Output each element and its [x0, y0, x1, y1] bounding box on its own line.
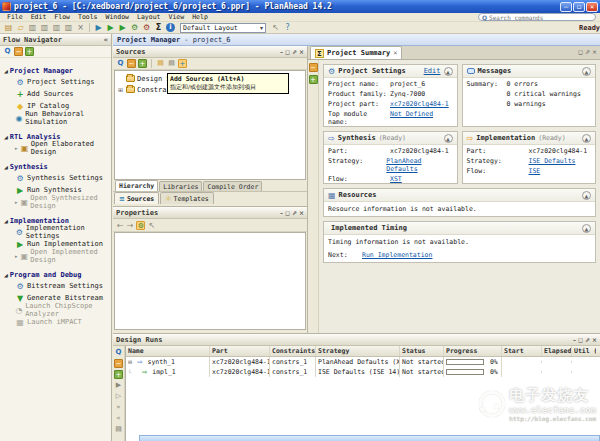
flow-link[interactable]: XST: [390, 175, 402, 183]
sidebar-item-open-elaborated-design[interactable]: ▸ ▣ Open Elaborated Design: [0, 142, 111, 154]
menu-layout[interactable]: Layout: [133, 13, 164, 21]
edit-pen-icon[interactable]: ↖: [270, 23, 281, 33]
tab-hierarchy[interactable]: Hierarchy: [115, 180, 158, 191]
cancel-run-icon[interactable]: ⚙: [141, 23, 152, 33]
sidebar-item-project-settings[interactable]: ⚙ Project Settings: [0, 76, 111, 88]
menu-edit[interactable]: Edit: [27, 13, 51, 21]
sidebar-item-run-behavioral-simulation[interactable]: ◉ Run Behavioral Simulation: [0, 112, 111, 124]
forward-arrow-icon[interactable]: →: [127, 221, 134, 230]
collapse-all-icon[interactable]: −: [127, 59, 136, 68]
back-arrow-icon[interactable]: ←: [117, 221, 124, 230]
column-status[interactable]: Status: [400, 346, 444, 356]
collapse-section-icon[interactable]: ▲: [444, 134, 453, 143]
sidebar-item-open-implemented-design[interactable]: ▸ ▣ Open Implemented Design: [0, 250, 111, 262]
run-elaboration-icon[interactable]: ▶: [93, 23, 104, 33]
horizontal-scrollbar[interactable]: [139, 435, 600, 441]
strategy-link[interactable]: ISE Defaults: [529, 157, 576, 165]
search-icon[interactable]: Q: [116, 59, 125, 68]
menu-file[interactable]: File: [3, 13, 27, 21]
new-project-icon[interactable]: ▤: [3, 23, 14, 33]
top-module-link[interactable]: Not Defined: [390, 110, 433, 126]
expand-all-icon[interactable]: +: [25, 47, 34, 56]
column-strategy[interactable]: Strategy: [316, 346, 400, 356]
sidebar-item-launch-chipscope-analyzer[interactable]: ◔ Launch ChipScope Analyzer: [0, 304, 111, 316]
column-start[interactable]: Start: [502, 346, 542, 356]
edit-file-icon[interactable]: ▤: [167, 59, 176, 68]
column-part[interactable]: Part: [210, 346, 270, 356]
float-panel-icon[interactable]: ⇗: [585, 336, 590, 344]
collapse-section-icon[interactable]: ▲: [582, 224, 591, 233]
section-header-synthesis[interactable]: ◢ Synthesis: [0, 161, 111, 172]
section-header-program-and-debug[interactable]: ◢ Program and Debug: [0, 269, 111, 280]
save-icon[interactable]: ▥: [39, 23, 50, 33]
add-sources-icon[interactable]: +: [178, 59, 187, 68]
menu-view[interactable]: View: [165, 13, 189, 21]
step-icon[interactable]: ▷: [114, 392, 123, 401]
expand-all-icon[interactable]: +: [309, 75, 318, 84]
menu-flow[interactable]: Flow: [50, 13, 74, 21]
open-recent-icon[interactable]: ▥: [27, 23, 38, 33]
search-icon[interactable]: Q: [114, 348, 123, 357]
sidebar-item-open-synthesized-design[interactable]: ▸ ▣ Open Synthesized Design: [0, 196, 111, 208]
layout-select[interactable]: Default Layout ▾: [180, 23, 266, 33]
table-row-impl-1[interactable]: └ ⇨ impl_1 xc7z020clg484-1 constrs_1 ISE…: [126, 367, 600, 377]
maximize-panel-icon[interactable]: ◻: [285, 48, 290, 56]
maximize-panel-icon[interactable]: ◻: [578, 48, 583, 56]
collapse-section-icon[interactable]: ▲: [444, 67, 453, 76]
open-project-icon[interactable]: ▱: [15, 23, 26, 33]
expand-all-icon[interactable]: +: [138, 59, 147, 68]
tab-compile-order[interactable]: Compile Order: [203, 181, 262, 191]
project-part-link[interactable]: xc7z020clg484-1: [390, 100, 449, 108]
close-window-icon[interactable]: ×: [586, 2, 598, 12]
collapse-all-icon[interactable]: −: [14, 47, 23, 56]
collapse-all-icon[interactable]: −: [114, 359, 123, 368]
info-icon[interactable]: i: [166, 23, 175, 32]
collapse-panel-icon[interactable]: «: [103, 36, 108, 44]
settings-gear-icon[interactable]: ⚙: [129, 23, 140, 33]
minimize-panel-icon[interactable]: –: [280, 209, 283, 217]
table-row-synth-1[interactable]: ⊟ ⇨ synth_1 xc7z020clg484-1 constrs_1 Pl…: [126, 357, 600, 367]
tab-templates[interactable]: ☼ Templates: [160, 192, 214, 204]
minimize-panel-icon[interactable]: –: [280, 48, 283, 56]
column-name[interactable]: Name: [126, 346, 210, 356]
select-cursor-icon[interactable]: ↖: [148, 221, 155, 230]
close-panel-icon[interactable]: ×: [592, 48, 597, 56]
fast-forward-icon[interactable]: »: [114, 403, 123, 412]
menu-window[interactable]: Window: [102, 13, 133, 21]
sidebar-item-bitstream-settings[interactable]: ⚙ Bitstream Settings: [0, 280, 111, 292]
sidebar-item-synthesis-settings[interactable]: ⚙ Synthesis Settings: [0, 172, 111, 184]
run-implementation-link[interactable]: Run Implementation: [362, 251, 432, 259]
edit-link[interactable]: Edit: [424, 67, 441, 75]
project-summary-icon[interactable]: Σ: [153, 23, 164, 33]
menu-help[interactable]: Help: [188, 13, 212, 21]
collapse-section-icon[interactable]: ▲: [582, 134, 591, 143]
sidebar-item-add-sources[interactable]: + Add Sources: [0, 88, 111, 100]
float-panel-icon[interactable]: ⇗: [585, 48, 590, 56]
expand-all-icon[interactable]: +: [114, 370, 123, 379]
maximize-panel-icon[interactable]: ◻: [285, 209, 290, 217]
sidebar-item-implementation-settings[interactable]: ⚙ Implementation Settings: [0, 226, 111, 238]
strategy-link[interactable]: PlanAhead Defaults: [386, 157, 452, 173]
tab-sources[interactable]: ≡ Sources: [114, 192, 159, 204]
tab-project-summary[interactable]: Σ Project Summary ×: [310, 46, 402, 59]
section-header-project-manager[interactable]: ◢ Project Manager: [0, 65, 111, 76]
run-synthesis-icon[interactable]: ▶: [105, 23, 116, 33]
expander-plus-icon[interactable]: ⊞: [118, 86, 126, 93]
folder-icon[interactable]: ▤: [156, 59, 165, 68]
float-panel-icon[interactable]: ⇗: [292, 48, 297, 56]
paste-icon[interactable]: ▥: [63, 23, 74, 33]
close-panel-icon[interactable]: ×: [299, 48, 304, 56]
search-input[interactable]: [489, 14, 589, 21]
report-icon[interactable]: ▤: [114, 425, 123, 434]
expander-minus-icon[interactable]: ⊟: [128, 359, 132, 365]
minimize-window-icon[interactable]: –: [560, 2, 572, 12]
run-icon[interactable]: ▶: [114, 381, 123, 390]
restore-window-icon[interactable]: ◻: [573, 2, 585, 12]
column-progress[interactable]: Progress: [444, 346, 502, 356]
rewind-icon[interactable]: «: [114, 414, 123, 423]
maximize-panel-icon[interactable]: ◻: [578, 336, 583, 344]
close-panel-icon[interactable]: ×: [592, 336, 597, 344]
search-commands-box[interactable]: Q: [478, 13, 596, 21]
tab-libraries[interactable]: Libraries: [159, 181, 202, 191]
menu-tools[interactable]: Tools: [74, 13, 102, 21]
